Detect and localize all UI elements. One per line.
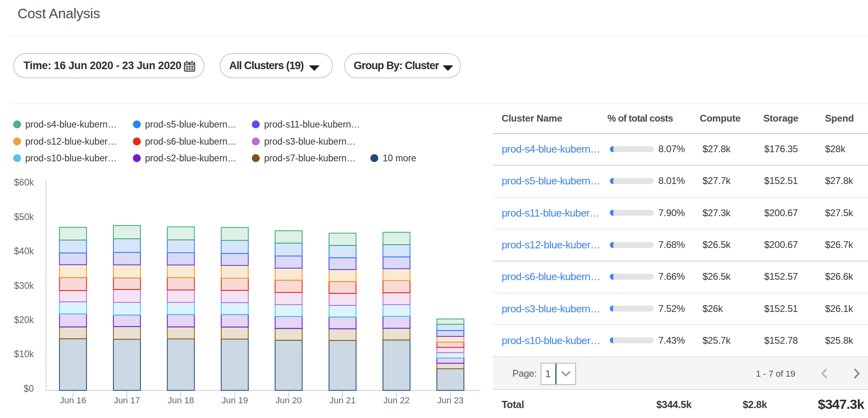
svg-text:$60k: $60k bbox=[14, 177, 34, 188]
svg-text:$50k: $50k bbox=[14, 212, 34, 222]
svg-text:Jun 19: Jun 19 bbox=[222, 395, 248, 405]
svg-text:$30k: $30k bbox=[14, 281, 34, 291]
svg-text:Jun 21: Jun 21 bbox=[329, 395, 356, 405]
svg-text:Jun 22: Jun 22 bbox=[383, 395, 410, 405]
svg-text:$10k: $10k bbox=[14, 349, 34, 359]
svg-text:Jun 18: Jun 18 bbox=[168, 395, 194, 405]
svg-text:Jun 16: Jun 16 bbox=[60, 395, 86, 405]
svg-text:$40k: $40k bbox=[14, 246, 34, 256]
svg-text:Jun 23: Jun 23 bbox=[437, 395, 463, 405]
svg-text:Jun 20: Jun 20 bbox=[276, 395, 302, 405]
svg-text:Jun 17: Jun 17 bbox=[114, 395, 140, 405]
svg-text:$0: $0 bbox=[23, 383, 34, 394]
svg-text:$20k: $20k bbox=[14, 315, 34, 325]
